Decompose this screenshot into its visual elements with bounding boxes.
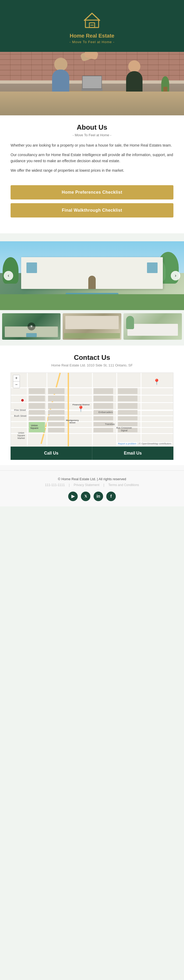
thumbnail-row: 👁 <box>0 310 184 343</box>
map-label-montgomery: MontgomeryStreet <box>66 419 79 424</box>
slider-prev-button[interactable]: ‹ <box>4 271 13 280</box>
brand-name: Home Real Estate <box>5 33 179 39</box>
youtube-icon[interactable]: ▶ <box>68 492 78 501</box>
about-para-3: We offer the widest range of properties … <box>11 167 173 173</box>
contact-title: Contact Us <box>11 353 173 362</box>
about-section: About Us - Move To Feel at Home - Whethe… <box>0 115 184 185</box>
about-title: About Us <box>11 123 173 132</box>
thumbnail-3[interactable] <box>124 313 182 340</box>
footer-terms-link[interactable]: Terms and Conditions <box>108 483 139 487</box>
map-location-pin: 📍 <box>77 406 84 412</box>
svg-rect-0 <box>86 20 98 27</box>
map-label-bus: Bus CrossoverSignal <box>116 426 132 432</box>
about-para-2: Our consultancy arm for Home Real Estate… <box>11 152 173 164</box>
map-controls: + − <box>13 375 20 388</box>
footer-copyright: © Home Real Estate Ltd. | All rights res… <box>5 477 179 481</box>
map-zoom-out[interactable]: − <box>13 382 19 388</box>
linkedin-icon[interactable]: in <box>94 492 103 501</box>
contact-section: Contact Us Home Real Estate Ltd. 1010 Si… <box>0 345 184 465</box>
map-label-union-square: UnionSquare <box>30 424 39 430</box>
contact-action-buttons: Call Us Email Us <box>11 447 173 460</box>
hero-image <box>0 52 184 115</box>
map-attribution: Report a problem | © OpenStreetMap contr… <box>117 442 172 445</box>
page-header: Home Real Estate - Move To Feel at Home … <box>0 0 184 52</box>
thumbnail-2[interactable] <box>63 313 121 340</box>
footer-links: 111-111-1111 | Privacy Statement | Terms… <box>5 483 179 487</box>
checklist-buttons-section: Home Preferences Checklist Final Walkthr… <box>0 185 184 226</box>
map-label-embarcadero: Embarcadero <box>98 411 113 414</box>
gallery-section: ‹ › 👁 <box>0 241 184 343</box>
eye-icon: 👁 <box>30 325 33 329</box>
map-zoom-in[interactable]: + <box>13 375 19 382</box>
header-tagline: - Move To Feel at Home - <box>5 40 179 44</box>
call-us-button[interactable]: Call Us <box>11 447 92 460</box>
map-label-transbay: Transbay <box>105 423 115 425</box>
map-label-pine: Pine Street <box>14 409 26 411</box>
map-label-union-market: UnionSquareMarket <box>17 431 25 439</box>
eye-icon-overlay: 👁 <box>27 323 35 331</box>
page-footer: © Home Real Estate Ltd. | All rights res… <box>0 471 184 506</box>
social-icons-row: ▶ 𝕏 in f <box>5 492 179 501</box>
final-walkthrough-button[interactable]: Final Walkthrough Checklist <box>11 203 173 218</box>
about-subtitle: - Move To Feel at Home - <box>11 133 173 137</box>
map-container[interactable]: 📍 📍 Financial District MontgomeryStreet … <box>11 372 173 447</box>
thumbnail-1[interactable]: 👁 <box>2 313 60 340</box>
map-report-link[interactable]: Report a problem <box>118 442 136 445</box>
facebook-icon[interactable]: f <box>106 492 116 501</box>
email-us-button[interactable]: Email Us <box>92 447 174 460</box>
twitter-x-icon[interactable]: 𝕏 <box>81 492 90 501</box>
map-label-bush: Bush Street <box>14 415 27 417</box>
chevron-left-icon: ‹ <box>8 273 9 278</box>
main-image-slider: ‹ › <box>0 241 184 310</box>
footer-phone[interactable]: 111-111-1111 <box>45 483 65 487</box>
contact-address: Home Real Estate Ltd. 1010 Side St, 111 … <box>11 363 173 367</box>
about-para-1: Whether you are looking for a property o… <box>11 142 173 148</box>
footer-privacy-link[interactable]: Privacy Statement <box>74 483 99 487</box>
chevron-right-icon: › <box>175 273 176 278</box>
slider-next-button[interactable]: › <box>171 271 180 280</box>
home-preferences-button[interactable]: Home Preferences Checklist <box>11 185 173 199</box>
map-location-pin-alt: 📍 <box>153 379 160 385</box>
logo-icon <box>81 11 103 30</box>
